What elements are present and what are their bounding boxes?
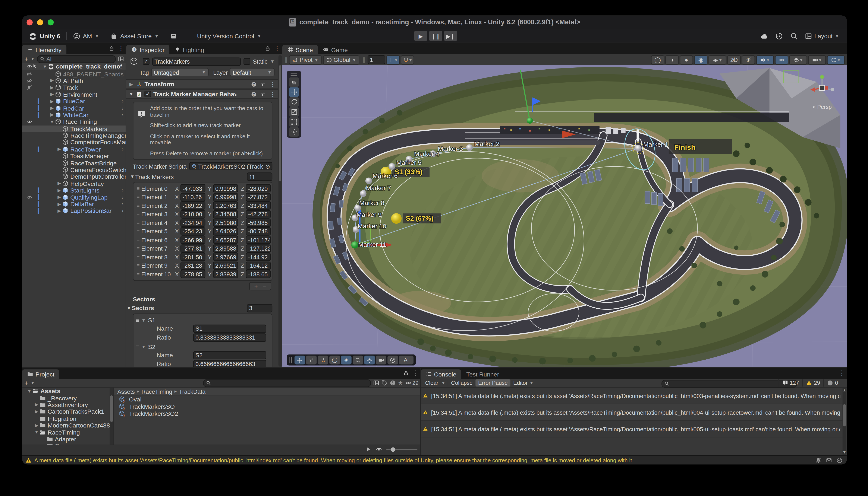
panel-menu-icon[interactable]: ⋮ xyxy=(118,45,124,52)
hierarchy-item-racetoastbridge[interactable]: RaceToastBridge xyxy=(22,159,126,166)
hierarchy-item-qualifyinglap[interactable]: ▶QualifyingLap› xyxy=(22,194,126,201)
play-button[interactable]: ▶ xyxy=(414,31,428,41)
add-element-button[interactable]: + xyxy=(254,282,258,289)
persp-label[interactable]: < Persp xyxy=(807,104,837,110)
search-by-label-icon[interactable] xyxy=(381,380,388,386)
orientation-gizmo[interactable]: < Persp xyxy=(807,73,837,109)
error-count[interactable]: 0 xyxy=(823,379,841,387)
collapse-button[interactable]: Collapse xyxy=(448,379,476,387)
project-folder-integration[interactable]: Integration xyxy=(22,415,110,422)
overlay-drag-handle[interactable] xyxy=(289,357,292,363)
scene-effects-button[interactable] xyxy=(775,55,788,64)
transform-tool-button[interactable] xyxy=(289,127,299,137)
tab-test-runner[interactable]: Test Runner xyxy=(461,369,504,379)
element-z-field[interactable]: -42.278 xyxy=(246,210,271,218)
inspector-scrollbar[interactable] xyxy=(279,55,282,367)
search-icon[interactable] xyxy=(790,32,798,40)
expand-arrow[interactable]: ▼ xyxy=(42,64,48,69)
project-folder-racetiming[interactable]: ▼RaceTiming xyxy=(22,429,110,436)
lock-icon[interactable] xyxy=(265,45,271,51)
static-dropdown[interactable]: ▼ xyxy=(270,59,275,64)
prefab-open-chevron[interactable]: › xyxy=(122,146,123,152)
element-z-field[interactable]: -101.174 xyxy=(246,236,271,244)
clear-dropdown[interactable]: ▼ xyxy=(441,381,446,385)
gameobject-icon[interactable] xyxy=(130,57,138,66)
warning-count[interactable]: 29 xyxy=(802,379,823,387)
element-x-field[interactable]: -234.94 xyxy=(180,219,205,227)
probuilder-button[interactable]: ◈ xyxy=(341,356,351,364)
layer-dropdown[interactable]: Default▼ xyxy=(230,68,275,76)
error-pause-button[interactable]: Error Pause xyxy=(476,379,510,387)
hierarchy-item-bluecar[interactable]: ▶BlueCar› xyxy=(22,98,126,105)
rect-tool-button[interactable] xyxy=(289,117,299,127)
debug-draw-button[interactable]: ▼ xyxy=(709,55,727,64)
project-folder-adapter[interactable]: Adapter xyxy=(22,436,110,443)
element-y-field[interactable]: 2.64026 xyxy=(213,227,238,235)
pause-button[interactable]: ❙❙ xyxy=(429,31,442,41)
cloud-icon[interactable] xyxy=(760,32,768,40)
hierarchy-item-ai-path[interactable]: ▶AI Path xyxy=(22,77,126,84)
shading-shaded-button[interactable]: ● xyxy=(680,55,693,64)
tab-inspector[interactable]: i Inspector xyxy=(126,45,169,54)
expand-arrow[interactable]: ▶ xyxy=(49,112,55,118)
camera-overlay-button[interactable] xyxy=(376,356,386,364)
hierarchy-item-whitecar[interactable]: ▶WhiteCar› xyxy=(22,112,126,119)
project-tree-scrollbar[interactable] xyxy=(109,388,114,445)
favorites-icon[interactable]: ★ xyxy=(398,380,403,386)
move-tool-button[interactable] xyxy=(295,356,305,364)
track-marker-sphere[interactable] xyxy=(389,163,395,170)
element-y-field[interactable]: 0.99998 xyxy=(213,184,238,192)
element-x-field[interactable]: -47.033 xyxy=(180,184,205,192)
sector-ratio-field[interactable]: 0.66666666666666663 xyxy=(193,360,266,368)
element-z-field[interactable]: -80.748 xyxy=(246,227,271,235)
expand-arrow[interactable]: ▶ xyxy=(56,181,62,186)
element-y-field[interactable]: 2.34588 xyxy=(213,210,238,218)
element-z-field[interactable]: -33.484 xyxy=(246,201,271,210)
script-component-header[interactable]: ▼ # ✓ Track Marker Manager Behaviour (Sc… xyxy=(126,89,278,99)
project-folder-moderncartooncar488[interactable]: ▶ModernCartoonCar488 xyxy=(22,422,110,429)
sector-name-field[interactable]: S2 xyxy=(193,351,266,359)
pivot-dropdown[interactable]: Pivot▼ xyxy=(289,55,321,64)
expand-arrow[interactable]: ▶ xyxy=(49,106,55,111)
presets-icon[interactable] xyxy=(260,91,266,97)
tab-lighting[interactable]: Lighting xyxy=(169,45,209,54)
hierarchy-item-trackmarkers[interactable]: TrackMarkers xyxy=(22,125,126,132)
prefab-open-chevron[interactable]: › xyxy=(122,112,123,118)
element-z-field[interactable]: -27.872 xyxy=(246,193,271,201)
console-warning-row[interactable]: [15:34:51] A meta data file (.meta) exis… xyxy=(421,404,842,421)
element-x-field[interactable]: -210.00 xyxy=(180,210,205,218)
element-x-field[interactable]: -254.23 xyxy=(180,227,205,235)
panel-menu-icon[interactable]: ⋮ xyxy=(413,369,419,377)
account-menu[interactable]: AM xyxy=(83,33,92,39)
sector-ratio-field[interactable]: 0.33333333333333331 xyxy=(193,333,266,341)
element-z-field[interactable]: -59.985 xyxy=(246,219,271,227)
expand-arrow[interactable]: ▶ xyxy=(56,188,62,193)
project-folder-assets[interactable]: ▼Assets xyxy=(22,388,110,394)
element-x-field[interactable]: -281.28 xyxy=(180,261,205,270)
expand-arrow[interactable]: ▶ xyxy=(49,78,55,83)
version-control-menu[interactable]: Unity Version Control xyxy=(197,33,254,39)
asset-item-trackmarkersso2[interactable]: {}TrackMarkersSO2 xyxy=(114,410,421,417)
visibility-icon[interactable] xyxy=(376,446,382,452)
remove-element-button[interactable]: − xyxy=(263,282,266,289)
element-x-field[interactable]: -169.22 xyxy=(180,201,205,210)
info-count[interactable]: 127 xyxy=(778,379,802,387)
breadcrumb-segment[interactable]: TrackData xyxy=(179,388,206,394)
expand-arrow[interactable]: ▼ xyxy=(49,119,55,124)
component-menu-icon[interactable]: ⋮ xyxy=(270,80,276,88)
layout-dropdown[interactable]: Layout▼ xyxy=(805,32,839,40)
add-object-button[interactable]: + xyxy=(24,55,28,63)
sector-name-field[interactable]: S1 xyxy=(193,324,266,333)
lock-icon[interactable] xyxy=(403,370,409,376)
object-picker-icon[interactable]: ⊙ xyxy=(265,163,270,169)
hierarchy-item-racetimingmanager[interactable]: RaceTimingManager xyxy=(22,132,126,139)
sector-group-header[interactable]: ≡▼S1 xyxy=(136,316,270,324)
expand-arrow[interactable]: ▶ xyxy=(49,92,55,97)
project-folder-cartoontrackspack1[interactable]: ▶CartoonTracksPack1 xyxy=(22,408,110,415)
hierarchy-item-track[interactable]: ▶Track xyxy=(22,84,126,91)
notifications-icon[interactable] xyxy=(815,457,822,463)
search-by-type-icon[interactable] xyxy=(373,380,379,386)
expand-arrow[interactable]: ▶ xyxy=(49,99,55,104)
element-y-field[interactable]: 2.65287 xyxy=(213,236,238,244)
messages-icon[interactable] xyxy=(826,457,832,463)
